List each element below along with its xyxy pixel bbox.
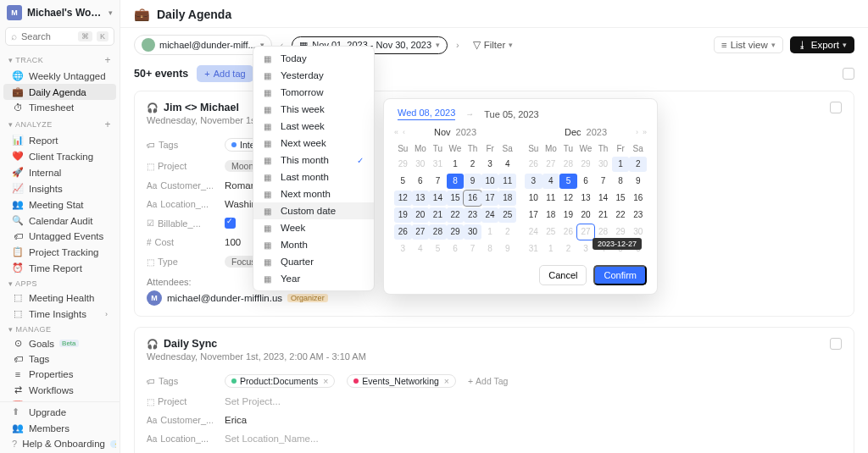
calendar-day[interactable]: 8	[481, 241, 499, 257]
sidebar-item[interactable]: 💼Daily Agenda	[3, 84, 116, 100]
calendar-day[interactable]: 21	[594, 207, 612, 223]
preset-option[interactable]: ▦Last week	[253, 118, 374, 135]
calendar-day[interactable]: 24	[481, 207, 499, 223]
calendar-day[interactable]: 23	[629, 207, 647, 223]
calendar-day[interactable]: 1	[612, 157, 630, 172]
calendar-day[interactable]: 7	[429, 174, 447, 189]
calendar-day[interactable]: 5	[429, 241, 447, 257]
sidebar-item[interactable]: 📊Report	[3, 132, 116, 148]
sidebar-item[interactable]: 🚀Internal	[3, 164, 116, 180]
calendar-day[interactable]: 4	[498, 157, 516, 172]
calendar-day[interactable]: 19	[559, 207, 577, 223]
cancel-button[interactable]: Cancel	[539, 265, 587, 285]
calendar-day[interactable]: 1	[481, 224, 499, 240]
calendar-day[interactable]: 22	[612, 207, 630, 223]
sidebar-item[interactable]: ⏰Time Report	[3, 260, 116, 276]
tag-chip[interactable]: Product:Documents×	[225, 374, 335, 388]
calendar-day[interactable]: 18	[542, 207, 560, 223]
sidebar-item[interactable]: 👥Meeting Stat	[3, 196, 116, 213]
expand-icon[interactable]	[830, 338, 842, 350]
calendar-day[interactable]: 16	[629, 191, 647, 206]
event-title[interactable]: Daily Sync	[164, 338, 217, 350]
range-to[interactable]: Tue 05, 2023	[484, 109, 538, 119]
add-track-item[interactable]: +	[104, 54, 111, 66]
calendar-day[interactable]: 3	[481, 157, 499, 172]
calendar-day[interactable]: 21	[429, 207, 447, 223]
sidebar-item[interactable]: ❤️Client Tracking	[3, 148, 116, 164]
calendar-day[interactable]: 27	[542, 157, 560, 172]
calendar-day[interactable]: 26	[559, 224, 577, 240]
calendar-day[interactable]: 26	[525, 157, 542, 172]
calendar-day[interactable]: 15	[447, 191, 465, 206]
preset-option[interactable]: ▦This week	[253, 101, 374, 118]
range-from[interactable]: Wed 08, 2023	[398, 108, 455, 120]
sidebar-item[interactable]: ⏱Timesheet	[3, 100, 116, 115]
calendar-day[interactable]: 6	[412, 174, 430, 189]
calendar-day[interactable]: 27	[577, 224, 595, 240]
calendar-day[interactable]: 7	[464, 241, 481, 257]
billable-checkbox[interactable]	[225, 218, 236, 229]
calendar-day[interactable]: 20	[412, 207, 430, 223]
calendar-day[interactable]: 9	[464, 174, 481, 189]
calendar-day[interactable]: 12	[559, 191, 577, 206]
help-link[interactable]: ?Help & Onboarding⚡4/5	[3, 436, 116, 451]
preset-option[interactable]: ▦Last month	[253, 168, 374, 185]
calendar-day[interactable]: 17	[481, 191, 499, 206]
customer-value[interactable]: Erica	[225, 415, 247, 425]
calendar-day[interactable]: 28	[429, 224, 447, 240]
search-input[interactable]	[21, 31, 74, 41]
customer-value[interactable]: Roman	[225, 180, 256, 191]
preset-option[interactable]: ▦Custom date	[253, 202, 374, 219]
preset-option[interactable]: ▦Next week	[253, 135, 374, 152]
sidebar-item[interactable]: ⬚Meeting Health	[3, 290, 116, 306]
sidebar-item[interactable]: 📋Project Tracking	[3, 244, 116, 260]
confirm-button[interactable]: Confirm	[593, 265, 647, 285]
expand-icon[interactable]	[830, 102, 842, 113]
calendar-day[interactable]: 25	[542, 224, 560, 240]
calendar-day[interactable]: 2	[559, 241, 577, 257]
calendar-day[interactable]: 9	[629, 174, 647, 189]
upgrade-link[interactable]: ⬆Upgrade	[3, 404, 116, 420]
calendar-day[interactable]: 8	[447, 174, 465, 189]
date-next-button[interactable]: ›	[454, 40, 461, 50]
add-analyze-item[interactable]: +	[104, 119, 111, 130]
search-input-wrap[interactable]: ⌕ ⌘ K	[5, 27, 114, 46]
calendar-day[interactable]: 1	[447, 157, 465, 172]
project-placeholder[interactable]: Set Project...	[225, 396, 281, 406]
preset-option[interactable]: ▦Week	[253, 219, 374, 236]
calendar-day[interactable]: 29	[447, 224, 465, 240]
calendar-day[interactable]: 14	[429, 191, 447, 206]
listview-button[interactable]: ≡ List view ▾	[714, 36, 783, 53]
preset-option[interactable]: ▦Quarter	[253, 253, 374, 270]
sidebar-item[interactable]: ⇄Workflows	[3, 382, 116, 398]
calendar-day[interactable]: 3	[394, 241, 412, 257]
calendar-day[interactable]: 30	[464, 224, 481, 240]
calendar-day[interactable]: 11	[542, 191, 560, 206]
preset-option[interactable]: ▦Tomorrow	[253, 84, 374, 101]
preset-option[interactable]: ▦Next month	[253, 185, 374, 202]
event-title[interactable]: Jim <> Michael	[164, 102, 239, 113]
workspace-switcher[interactable]: M Michael's Workspace ▾	[0, 0, 120, 25]
calendar-day[interactable]: 16	[464, 191, 481, 206]
calendar-day[interactable]: 6	[577, 174, 595, 189]
preset-option[interactable]: ▦Month	[253, 236, 374, 253]
prev-year[interactable]: «	[394, 128, 398, 136]
calendar-day[interactable]: 4	[542, 174, 560, 189]
calendar-day[interactable]: 11	[498, 174, 516, 189]
calendar-day[interactable]: 1	[542, 241, 560, 257]
calendar-day[interactable]: 25	[498, 207, 516, 223]
calendar-day[interactable]: 29	[577, 157, 595, 172]
calendar-day[interactable]: 8	[612, 174, 630, 189]
remove-tag-icon[interactable]: ×	[444, 376, 449, 386]
preset-option[interactable]: ▦Year	[253, 270, 374, 287]
calendar-day[interactable]: 2	[498, 224, 516, 240]
add-tag-button[interactable]: + Add tag	[197, 65, 253, 82]
preset-option[interactable]: ▦This month✓	[253, 152, 374, 168]
calendar-day[interactable]: 7	[594, 174, 612, 189]
calendar-day[interactable]: 10	[481, 174, 499, 189]
next-month[interactable]: ›	[636, 128, 638, 136]
sidebar-item[interactable]: 🏷Tags	[3, 351, 116, 367]
calendar-day[interactable]: 30	[412, 157, 430, 172]
calendar-day[interactable]: 27	[412, 224, 430, 240]
calendar-day[interactable]: 13	[412, 191, 430, 206]
